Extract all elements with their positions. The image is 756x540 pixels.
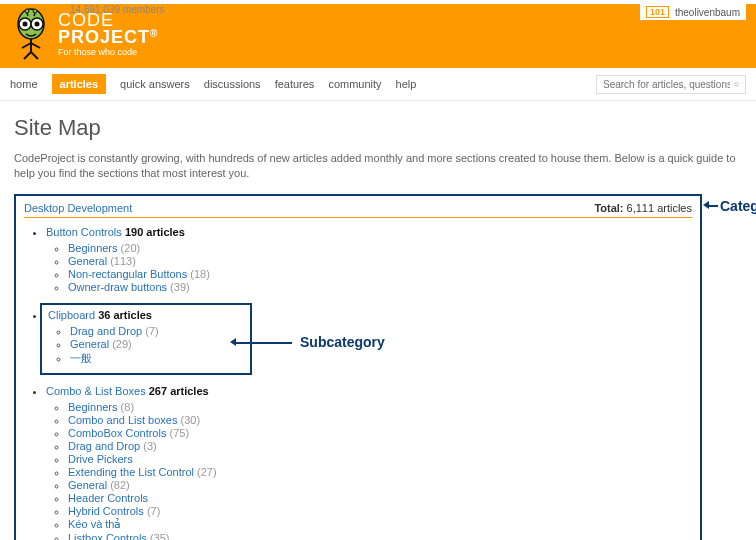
svg-point-5: [25, 9, 29, 13]
user-points-badge: 101: [646, 6, 669, 18]
search-input[interactable]: [603, 79, 730, 90]
list-item[interactable]: General (113): [68, 255, 692, 267]
list-item[interactable]: General (29): [70, 338, 244, 350]
logo-bob-icon: [10, 8, 52, 60]
list-item[interactable]: Drive Pickers: [68, 453, 692, 465]
arrow-icon: [234, 342, 292, 344]
list-item[interactable]: General (82): [68, 479, 692, 491]
logo[interactable]: CODE PROJECT® For those who code: [10, 8, 158, 68]
header: 14,691,039 members CODE: [0, 4, 756, 68]
subcategory-link[interactable]: Button Controls: [46, 226, 122, 238]
nav-quick-answers[interactable]: quick answers: [120, 78, 190, 90]
member-count: 14,691,039 members: [70, 4, 165, 15]
svg-line-15: [737, 85, 738, 86]
svg-point-3: [23, 22, 28, 27]
page-intro: CodeProject is constantly growing, with …: [14, 151, 742, 182]
nav-features[interactable]: features: [275, 78, 315, 90]
list-item[interactable]: Header Controls: [68, 492, 692, 504]
nav-articles[interactable]: articles: [52, 74, 107, 94]
list-item[interactable]: 一般: [70, 351, 244, 366]
logo-text: CODE PROJECT® For those who code: [58, 12, 158, 57]
search-icon[interactable]: [734, 79, 739, 90]
nav-community[interactable]: community: [328, 78, 381, 90]
svg-point-6: [33, 9, 37, 13]
svg-point-4: [35, 22, 40, 27]
list-item[interactable]: Non-rectangular Buttons (18): [68, 268, 692, 280]
svg-line-7: [27, 13, 28, 16]
svg-line-10: [22, 43, 31, 48]
subcategory-link[interactable]: Combo & List Boxes: [46, 385, 146, 397]
list-item[interactable]: Hybrid Controls (7): [68, 505, 692, 517]
list-item[interactable]: Owner-draw buttons (39): [68, 281, 692, 293]
svg-line-11: [31, 43, 40, 48]
subcategory-button-controls: Button Controls 190 articles Beginners (…: [46, 226, 692, 293]
list-item[interactable]: Beginners (20): [68, 242, 692, 254]
nav-discussions[interactable]: discussions: [204, 78, 261, 90]
list-item[interactable]: Drag and Drop (7): [70, 325, 244, 337]
search-box[interactable]: [596, 75, 746, 94]
annotation-category: Category: [720, 198, 756, 214]
category-box: Desktop Development Total: 6,111 article…: [14, 194, 702, 540]
arrow-head-icon: [230, 338, 236, 346]
nav-help[interactable]: help: [396, 78, 417, 90]
svg-line-12: [24, 52, 31, 59]
category-total: Total: 6,111 articles: [594, 202, 692, 214]
list-item[interactable]: Drag and Drop (3): [68, 440, 692, 452]
subcategory-link[interactable]: Clipboard: [48, 309, 95, 321]
nav-home[interactable]: home: [10, 78, 38, 90]
svg-line-8: [34, 13, 35, 16]
svg-point-14: [735, 82, 738, 85]
arrow-head-icon: [703, 201, 709, 209]
list-item[interactable]: Combo and List boxes (30): [68, 414, 692, 426]
list-item[interactable]: Beginners (8): [68, 401, 692, 413]
list-item[interactable]: Listbox Controls (35): [68, 532, 692, 540]
list-item[interactable]: Extending the List Control (27): [68, 466, 692, 478]
user-area[interactable]: 101 theolivenbaum: [640, 4, 746, 20]
annotation-subcategory: Subcategory: [300, 334, 385, 350]
category-link[interactable]: Desktop Development: [24, 202, 132, 214]
svg-line-13: [31, 52, 38, 59]
username-label: theolivenbaum: [675, 7, 740, 18]
list-item[interactable]: Kéo và thả: [68, 518, 692, 531]
main-nav: home articles quick answers discussions …: [0, 68, 756, 101]
page-title: Site Map: [14, 115, 742, 141]
subcategory-highlight-box: Clipboard 36 articles Drag and Drop (7) …: [40, 303, 252, 375]
subcategory-combo-list-boxes: Combo & List Boxes 267 articles Beginner…: [46, 385, 692, 540]
list-item[interactable]: ComboBox Controls (75): [68, 427, 692, 439]
